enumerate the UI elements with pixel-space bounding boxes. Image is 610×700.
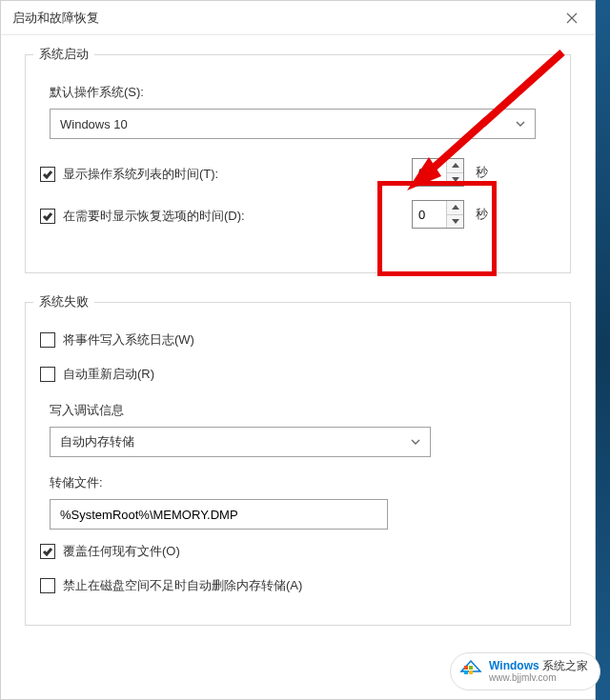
svg-rect-4 (464, 670, 468, 674)
watermark-brand: Windows 系统之家 (489, 660, 588, 672)
startup-recovery-dialog: 启动和故障恢复 系统启动 默认操作系统(S): Windows 10 显示操作系… (0, 0, 596, 700)
seconds-label: 秒 (476, 164, 488, 181)
triangle-down-icon (452, 177, 459, 182)
triangle-up-icon (452, 163, 459, 168)
svg-rect-2 (464, 666, 468, 670)
watermark: Windows 系统之家 www.bjjmlv.com (450, 652, 600, 690)
auto-restart-label: 自动重新启动(R) (63, 366, 154, 383)
dump-file-value: %SystemRoot%\MEMORY.DMP (60, 508, 238, 522)
dialog-title: 启动和故障恢复 (12, 10, 557, 27)
check-icon (42, 169, 53, 180)
auto-restart-checkbox[interactable] (40, 367, 55, 382)
default-os-value: Windows 10 (60, 117, 516, 131)
disable-low-space-checkbox[interactable] (40, 578, 55, 593)
os-list-time-spinner[interactable] (412, 158, 464, 187)
os-list-time-input[interactable] (413, 159, 446, 186)
dump-type-select[interactable]: 自动内存转储 (50, 427, 431, 457)
dump-type-value: 自动内存转储 (60, 433, 411, 450)
watermark-url: www.bjjmlv.com (489, 672, 588, 683)
chevron-down-icon (411, 433, 420, 450)
write-log-checkbox[interactable] (40, 332, 55, 348)
chevron-down-icon (516, 115, 525, 132)
startup-legend: 系统启动 (33, 46, 94, 63)
default-os-select[interactable]: Windows 10 (50, 109, 536, 139)
disable-low-space-label: 禁止在磁盘空间不足时自动删除内存转储(A) (63, 577, 302, 594)
close-button[interactable] (557, 5, 587, 31)
svg-rect-5 (469, 670, 473, 674)
check-icon (42, 210, 53, 222)
write-log-label: 将事件写入系统日志(W) (63, 331, 194, 349)
triangle-up-icon (452, 205, 459, 210)
show-os-list-checkbox[interactable] (40, 167, 55, 182)
recovery-time-input[interactable] (413, 201, 446, 228)
recovery-time-spinner[interactable] (412, 200, 464, 229)
overwrite-checkbox[interactable] (40, 544, 55, 559)
overwrite-label: 覆盖任何现有文件(O) (63, 543, 180, 560)
spinner-down-button[interactable] (447, 173, 463, 187)
failure-legend: 系统失败 (33, 293, 94, 310)
triangle-down-icon (452, 219, 459, 224)
seconds-label: 秒 (476, 206, 488, 223)
spinner-down-button[interactable] (447, 215, 463, 229)
show-os-list-label: 显示操作系统列表的时间(T): (63, 166, 218, 183)
show-recovery-checkbox[interactable] (40, 209, 55, 224)
dump-file-input[interactable]: %SystemRoot%\MEMORY.DMP (50, 499, 388, 530)
check-icon (42, 546, 53, 557)
dump-file-label: 转储文件: (40, 474, 556, 491)
spinner-up-button[interactable] (447, 201, 463, 215)
debug-info-label: 写入调试信息 (40, 402, 556, 419)
titlebar: 启动和故障恢复 (1, 1, 595, 35)
system-startup-group: 系统启动 默认操作系统(S): Windows 10 显示操作系统列表的时间(T… (25, 54, 571, 273)
spinner-up-button[interactable] (447, 159, 463, 173)
svg-rect-3 (469, 666, 473, 670)
default-os-label: 默认操作系统(S): (40, 84, 556, 101)
system-failure-group: 系统失败 将事件写入系统日志(W) 自动重新启动(R) 写入调试信息 自动内存转… (25, 302, 571, 626)
windows-logo-icon (458, 659, 483, 684)
close-icon (566, 12, 578, 24)
show-recovery-label: 在需要时显示恢复选项的时间(D): (63, 208, 245, 225)
